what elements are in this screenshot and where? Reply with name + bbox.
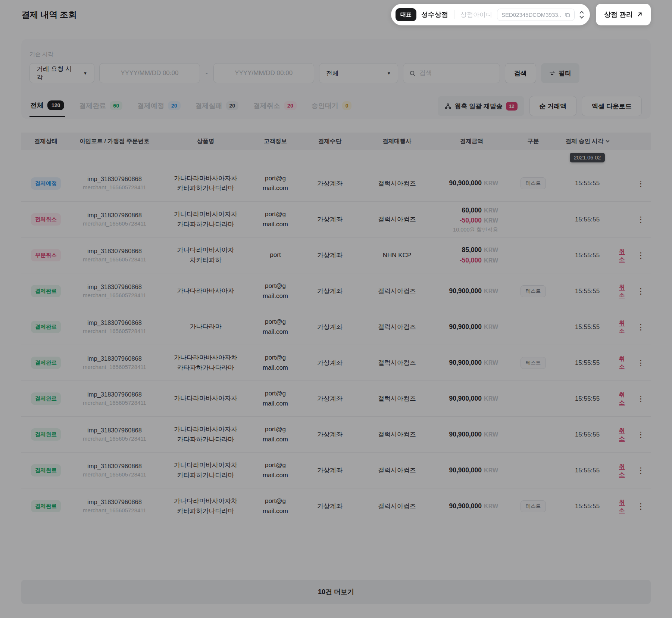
cell-product: 가나다라마바사아자차 카타파하가나다라마	[159, 353, 253, 373]
merchant-selector[interactable]: 대표 성수상점 상점아이디 SED02345DCOM3933..	[391, 4, 590, 25]
table-row[interactable]: 결제완료imp_318307960868merchant_16560572841…	[21, 452, 651, 488]
tab-item[interactable]: 전체120	[29, 98, 65, 117]
more-menu-icon[interactable]: ⋮	[635, 286, 647, 296]
test-badge: 테스트	[521, 285, 546, 297]
manage-store-label: 상점 관리	[604, 10, 633, 19]
more-menu-icon[interactable]: ⋮	[635, 178, 647, 189]
table-row[interactable]: 결제완료imp_318307960868merchant_16560572841…	[21, 345, 651, 381]
filter-button-label: 필터	[559, 69, 571, 78]
cell-pg: 갤럭시아컴즈	[362, 215, 432, 224]
cell-amount: 90,900,000KRW	[432, 178, 511, 188]
cancel-link[interactable]: 취소	[619, 319, 630, 335]
cell-customer: port@g mail.com	[253, 353, 298, 373]
cancel-link[interactable]: 취소	[619, 427, 630, 442]
cancel-amount-value: -50,000	[460, 257, 482, 264]
imp-uid: imp_318307960868	[71, 390, 159, 399]
table-row[interactable]: 결제완료imp_318307960868merchant_16560572841…	[21, 309, 651, 345]
cell-order-ids: imp_318307960868merchant_165605728411	[71, 319, 159, 336]
tab-count-badge: 0	[342, 101, 352, 110]
tab-item[interactable]: 결제완료60	[78, 99, 123, 117]
cancel-link[interactable]: 취소	[619, 463, 630, 478]
cancel-link[interactable]: 취소	[619, 355, 630, 371]
cell-status: 결제예정	[21, 177, 71, 190]
webhook-resend-button[interactable]: 웹훅 일괄 재발송 12	[438, 96, 524, 116]
date-from-input[interactable]	[99, 63, 200, 83]
more-menu-icon[interactable]: ⋮	[635, 250, 647, 261]
cell-actions: 취소⋮	[619, 463, 651, 478]
excel-download-button[interactable]: 엑셀 다운로드	[582, 96, 642, 116]
tab-item[interactable]: 결제실패20	[195, 99, 240, 117]
tab-count-badge: 120	[47, 100, 64, 110]
sort-chevron-icon[interactable]	[606, 139, 610, 143]
copy-icon[interactable]	[565, 12, 570, 18]
load-more-button[interactable]: 10건 더보기	[21, 580, 651, 604]
table-row[interactable]: 결제완료imp_318307960868merchant_16560572841…	[21, 488, 651, 524]
scope-select[interactable]: 전체 ▼	[319, 63, 398, 83]
search-input[interactable]	[419, 69, 494, 77]
date-to-input[interactable]	[213, 63, 314, 83]
imp-uid: imp_318307960868	[71, 175, 159, 183]
amount-main: 90,900,000KRW	[432, 178, 498, 188]
table-row[interactable]: 결제예정imp_318307960868merchant_16560572841…	[21, 165, 651, 201]
time-type-select[interactable]: 거래 요청 시각 ▼	[29, 63, 94, 83]
net-amount-button[interactable]: 순 거래액	[529, 96, 577, 116]
filter-icon	[549, 71, 555, 76]
column-header: 결제수단	[298, 137, 362, 145]
tab-item[interactable]: 결제취소20	[253, 99, 297, 117]
table-row[interactable]: 결제완료imp_318307960868merchant_16560572841…	[21, 273, 651, 309]
cancel-amount-value: -50,000	[460, 217, 482, 224]
cancel-link[interactable]: 취소	[619, 391, 630, 407]
column-header: 결제금액	[432, 137, 511, 145]
payments-table: 결제상태아임포트 / 가맹점 주문번호상품명고객정보결제수단결제대행사결제금액구…	[21, 133, 651, 524]
search-box[interactable]	[403, 63, 500, 83]
tab-label: 승인대기	[312, 101, 338, 110]
merchant-id-box[interactable]: SED02345DCOM3933..	[497, 9, 575, 21]
more-menu-icon[interactable]: ⋮	[635, 429, 647, 440]
merchant-uid: merchant_165605728411	[71, 363, 159, 372]
amount-cancelled: -50,000KRW	[432, 215, 498, 226]
cell-amount: 90,900,000KRW	[432, 394, 511, 404]
more-menu-icon[interactable]: ⋮	[635, 501, 647, 512]
tab-item[interactable]: 승인대기0	[311, 99, 353, 117]
cell-customer: port@g mail.com	[253, 174, 298, 193]
date-chip: 2021.06.02	[570, 153, 605, 162]
column-header-label: 결제 승인 시각	[566, 137, 604, 145]
cell-tag: 테스트	[511, 177, 556, 189]
updown-chevron-icon[interactable]	[579, 12, 584, 18]
caret-down-icon: ▼	[387, 71, 391, 75]
amount-main: 90,900,000KRW	[432, 358, 498, 368]
cell-tag: 테스트	[511, 357, 556, 369]
cell-amount: 90,900,000KRW	[432, 501, 511, 511]
table-row[interactable]: 부분취소imp_318307960868merchant_16560572841…	[21, 237, 651, 273]
cell-customer: port@g mail.com	[253, 425, 298, 444]
cell-tag: 테스트	[511, 500, 556, 512]
filter-button[interactable]: 필터	[541, 63, 579, 83]
cell-amount: 60,000KRW-50,000KRW10,000원 할인적용	[432, 205, 511, 234]
table-row[interactable]: 결제완료imp_318307960868merchant_16560572841…	[21, 416, 651, 452]
page-title: 결제 내역 조회	[21, 9, 76, 21]
cell-order-ids: imp_318307960868merchant_165605728411	[71, 247, 159, 264]
column-header-label: 결제수단	[318, 137, 341, 145]
search-button[interactable]: 검색	[505, 63, 536, 83]
amount-value: 90,900,000	[449, 431, 482, 438]
tab-count-badge: 20	[226, 101, 239, 110]
more-menu-icon[interactable]: ⋮	[635, 465, 647, 476]
merchant-uid: merchant_165605728411	[71, 183, 159, 192]
manage-store-button[interactable]: 상점 관리	[596, 4, 651, 25]
more-menu-icon[interactable]: ⋮	[635, 393, 647, 404]
more-menu-icon[interactable]: ⋮	[635, 214, 647, 225]
amount-value: 90,900,000	[449, 502, 482, 510]
cell-status: 결제완료	[21, 285, 71, 297]
status-badge: 결제완료	[31, 392, 61, 405]
cell-actions: ⋮	[619, 178, 651, 189]
cancel-link[interactable]: 취소	[619, 248, 630, 263]
table-header: 결제상태아임포트 / 가맹점 주문번호상품명고객정보결제수단결제대행사결제금액구…	[21, 133, 651, 150]
table-row[interactable]: 전체취소imp_318307960868merchant_16560572841…	[21, 201, 651, 237]
cancel-link[interactable]: 취소	[619, 499, 630, 514]
more-menu-icon[interactable]: ⋮	[635, 357, 647, 368]
cancel-link[interactable]: 취소	[619, 283, 630, 299]
tab-item[interactable]: 결제예정20	[137, 99, 181, 117]
more-menu-icon[interactable]: ⋮	[635, 322, 647, 332]
filter-label: 기준 시각	[29, 51, 642, 58]
table-row[interactable]: 결제완료imp_318307960868merchant_16560572841…	[21, 381, 651, 416]
